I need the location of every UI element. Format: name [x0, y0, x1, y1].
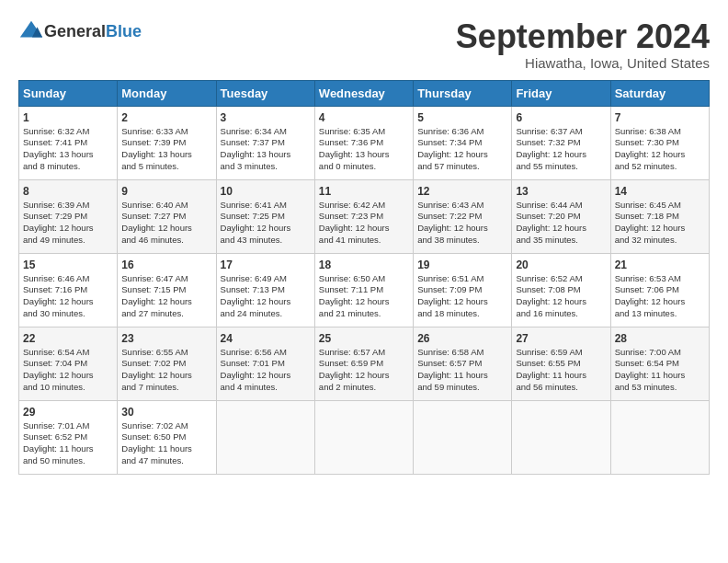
cell-info: Sunrise: 6:56 AM Sunset: 7:01 PM Dayligh…: [221, 347, 311, 394]
day-number: 4: [319, 111, 409, 124]
day-number: 8: [23, 185, 113, 198]
calendar-week-row: 29Sunrise: 7:01 AM Sunset: 6:52 PM Dayli…: [19, 400, 710, 474]
day-number: 9: [121, 185, 211, 198]
weekday-header-cell: Wednesday: [314, 80, 413, 106]
day-number: 6: [516, 111, 606, 124]
cell-info: Sunrise: 7:02 AM Sunset: 6:50 PM Dayligh…: [121, 420, 211, 467]
calendar-cell: 26Sunrise: 6:58 AM Sunset: 6:57 PM Dayli…: [414, 327, 512, 400]
calendar-cell: [314, 400, 413, 474]
page-header: GeneralBlue September 2024 Hiawatha, Iow…: [18, 18, 710, 71]
day-number: 15: [23, 259, 113, 271]
calendar-cell: 7Sunrise: 6:38 AM Sunset: 7:30 PM Daylig…: [610, 106, 709, 179]
cell-info: Sunrise: 6:55 AM Sunset: 7:02 PM Dayligh…: [121, 347, 211, 394]
cell-info: Sunrise: 6:47 AM Sunset: 7:15 PM Dayligh…: [121, 273, 211, 320]
calendar-cell: 12Sunrise: 6:43 AM Sunset: 7:22 PM Dayli…: [414, 179, 512, 253]
calendar-cell: [216, 400, 314, 474]
cell-info: Sunrise: 6:32 AM Sunset: 7:41 PM Dayligh…: [23, 126, 113, 173]
day-number: 21: [615, 259, 705, 271]
weekday-header-cell: Friday: [512, 80, 610, 106]
month-title: September 2024: [456, 18, 710, 55]
calendar-cell: 2Sunrise: 6:33 AM Sunset: 7:39 PM Daylig…: [118, 106, 216, 179]
calendar-cell: 25Sunrise: 6:57 AM Sunset: 6:59 PM Dayli…: [314, 327, 413, 400]
weekday-header-cell: Tuesday: [216, 80, 314, 106]
calendar-cell: 24Sunrise: 6:56 AM Sunset: 7:01 PM Dayli…: [216, 327, 314, 400]
calendar-cell: 15Sunrise: 6:46 AM Sunset: 7:16 PM Dayli…: [19, 253, 118, 327]
calendar-cell: [512, 400, 610, 474]
calendar-week-row: 15Sunrise: 6:46 AM Sunset: 7:16 PM Dayli…: [19, 253, 710, 327]
calendar-cell: 3Sunrise: 6:34 AM Sunset: 7:37 PM Daylig…: [216, 106, 314, 179]
day-number: 10: [221, 185, 311, 198]
weekday-header-cell: Monday: [118, 80, 216, 106]
calendar-cell: 19Sunrise: 6:51 AM Sunset: 7:09 PM Dayli…: [414, 253, 512, 327]
calendar-cell: 8Sunrise: 6:39 AM Sunset: 7:29 PM Daylig…: [19, 179, 118, 253]
calendar-cell: 4Sunrise: 6:35 AM Sunset: 7:36 PM Daylig…: [314, 106, 413, 179]
calendar-cell: [610, 400, 709, 474]
calendar-week-row: 1Sunrise: 6:32 AM Sunset: 7:41 PM Daylig…: [19, 106, 710, 179]
cell-info: Sunrise: 6:54 AM Sunset: 7:04 PM Dayligh…: [23, 347, 113, 394]
calendar-cell: 11Sunrise: 6:42 AM Sunset: 7:23 PM Dayli…: [314, 179, 413, 253]
cell-info: Sunrise: 6:40 AM Sunset: 7:27 PM Dayligh…: [121, 200, 211, 247]
cell-info: Sunrise: 6:38 AM Sunset: 7:30 PM Dayligh…: [615, 126, 705, 173]
cell-info: Sunrise: 6:43 AM Sunset: 7:22 PM Dayligh…: [417, 200, 507, 247]
day-number: 14: [615, 185, 705, 198]
cell-info: Sunrise: 6:39 AM Sunset: 7:29 PM Dayligh…: [23, 200, 113, 247]
day-number: 13: [516, 185, 606, 198]
location-title: Hiawatha, Iowa, United States: [456, 55, 710, 71]
day-number: 19: [417, 259, 507, 271]
day-number: 20: [516, 259, 606, 271]
day-number: 7: [615, 111, 705, 124]
day-number: 12: [417, 185, 507, 198]
calendar-cell: 21Sunrise: 6:53 AM Sunset: 7:06 PM Dayli…: [610, 253, 709, 327]
cell-info: Sunrise: 6:36 AM Sunset: 7:34 PM Dayligh…: [417, 126, 507, 173]
day-number: 3: [221, 111, 311, 124]
calendar-week-row: 8Sunrise: 6:39 AM Sunset: 7:29 PM Daylig…: [19, 179, 710, 253]
calendar-cell: 5Sunrise: 6:36 AM Sunset: 7:34 PM Daylig…: [414, 106, 512, 179]
calendar-cell: 28Sunrise: 7:00 AM Sunset: 6:54 PM Dayli…: [610, 327, 709, 400]
logo-icon: [18, 18, 44, 44]
day-number: 2: [121, 111, 211, 124]
cell-info: Sunrise: 6:51 AM Sunset: 7:09 PM Dayligh…: [417, 273, 507, 320]
calendar-cell: 23Sunrise: 6:55 AM Sunset: 7:02 PM Dayli…: [118, 327, 216, 400]
calendar-cell: 30Sunrise: 7:02 AM Sunset: 6:50 PM Dayli…: [118, 400, 216, 474]
cell-info: Sunrise: 6:44 AM Sunset: 7:20 PM Dayligh…: [516, 200, 606, 247]
cell-info: Sunrise: 6:57 AM Sunset: 6:59 PM Dayligh…: [319, 347, 409, 394]
calendar-cell: 13Sunrise: 6:44 AM Sunset: 7:20 PM Dayli…: [512, 179, 610, 253]
calendar-cell: 10Sunrise: 6:41 AM Sunset: 7:25 PM Dayli…: [216, 179, 314, 253]
cell-info: Sunrise: 6:41 AM Sunset: 7:25 PM Dayligh…: [221, 200, 311, 247]
calendar-cell: 27Sunrise: 6:59 AM Sunset: 6:55 PM Dayli…: [512, 327, 610, 400]
calendar-cell: 14Sunrise: 6:45 AM Sunset: 7:18 PM Dayli…: [610, 179, 709, 253]
calendar-cell: 9Sunrise: 6:40 AM Sunset: 7:27 PM Daylig…: [118, 179, 216, 253]
calendar-table: SundayMondayTuesdayWednesdayThursdayFrid…: [18, 80, 710, 475]
day-number: 22: [23, 332, 113, 345]
calendar-cell: 29Sunrise: 7:01 AM Sunset: 6:52 PM Dayli…: [19, 400, 118, 474]
day-number: 29: [23, 406, 113, 419]
day-number: 24: [221, 332, 311, 345]
day-number: 26: [417, 332, 507, 345]
cell-info: Sunrise: 6:50 AM Sunset: 7:11 PM Dayligh…: [319, 273, 409, 320]
day-number: 28: [615, 332, 705, 345]
logo-text-blue: Blue: [106, 22, 142, 41]
cell-info: Sunrise: 6:42 AM Sunset: 7:23 PM Dayligh…: [319, 200, 409, 247]
cell-info: Sunrise: 6:59 AM Sunset: 6:55 PM Dayligh…: [516, 347, 606, 394]
calendar-cell: 20Sunrise: 6:52 AM Sunset: 7:08 PM Dayli…: [512, 253, 610, 327]
calendar-cell: [414, 400, 512, 474]
calendar-body: 1Sunrise: 6:32 AM Sunset: 7:41 PM Daylig…: [19, 106, 710, 474]
cell-info: Sunrise: 7:00 AM Sunset: 6:54 PM Dayligh…: [615, 347, 705, 394]
day-number: 17: [221, 259, 311, 271]
cell-info: Sunrise: 6:53 AM Sunset: 7:06 PM Dayligh…: [615, 273, 705, 320]
cell-info: Sunrise: 7:01 AM Sunset: 6:52 PM Dayligh…: [23, 420, 113, 467]
day-number: 5: [417, 111, 507, 124]
calendar-cell: 6Sunrise: 6:37 AM Sunset: 7:32 PM Daylig…: [512, 106, 610, 179]
day-number: 18: [319, 259, 409, 271]
logo: GeneralBlue: [18, 18, 142, 44]
calendar-cell: 1Sunrise: 6:32 AM Sunset: 7:41 PM Daylig…: [19, 106, 118, 179]
weekday-header-cell: Saturday: [610, 80, 709, 106]
day-number: 30: [121, 406, 211, 419]
cell-info: Sunrise: 6:46 AM Sunset: 7:16 PM Dayligh…: [23, 273, 113, 320]
cell-info: Sunrise: 6:45 AM Sunset: 7:18 PM Dayligh…: [615, 200, 705, 247]
title-area: September 2024 Hiawatha, Iowa, United St…: [456, 18, 710, 71]
cell-info: Sunrise: 6:33 AM Sunset: 7:39 PM Dayligh…: [121, 126, 211, 173]
day-number: 25: [319, 332, 409, 345]
calendar-week-row: 22Sunrise: 6:54 AM Sunset: 7:04 PM Dayli…: [19, 327, 710, 400]
cell-info: Sunrise: 6:37 AM Sunset: 7:32 PM Dayligh…: [516, 126, 606, 173]
